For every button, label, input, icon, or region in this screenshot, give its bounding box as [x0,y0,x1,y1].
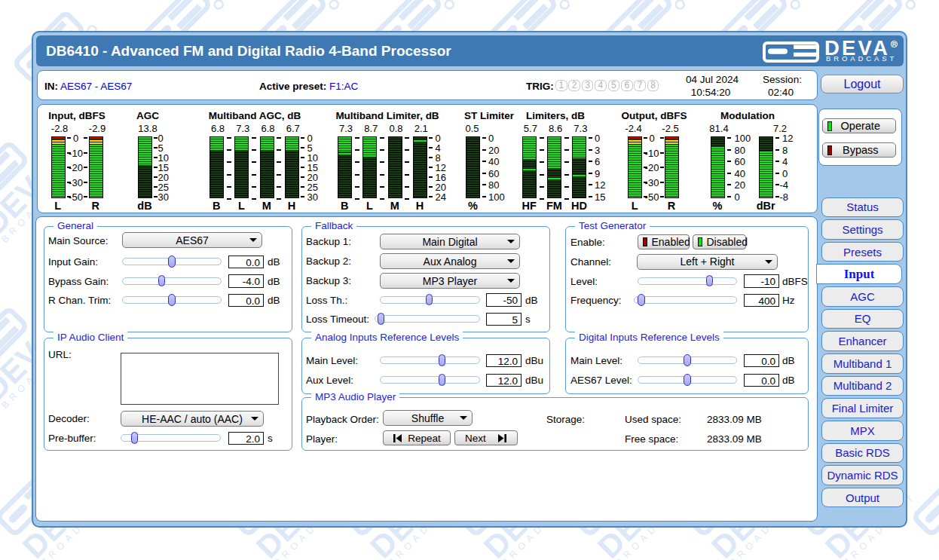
svg-text:R: R [892,41,896,47]
svg-text:BROADCAST: BROADCAST [826,54,897,63]
